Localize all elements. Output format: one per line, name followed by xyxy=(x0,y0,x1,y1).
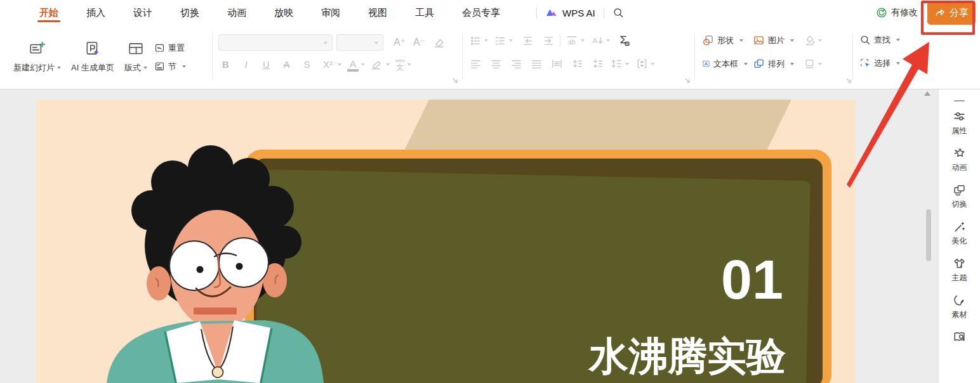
leaf-icon xyxy=(953,294,966,307)
chevron-down-icon xyxy=(744,63,748,65)
shapes-button[interactable]: 形状 xyxy=(702,34,748,46)
strikethrough-button[interactable]: A xyxy=(279,58,294,72)
sidebar-item-assets[interactable]: 素材 xyxy=(952,294,967,320)
reset-label: 重置 xyxy=(168,42,185,54)
tab-view[interactable]: 视图 xyxy=(368,0,387,25)
highlight-button[interactable] xyxy=(371,58,390,71)
tab-animation[interactable]: 动画 xyxy=(227,0,246,25)
sidebar-item-theme[interactable]: 主题 xyxy=(952,257,967,283)
superscript-button[interactable]: X² xyxy=(321,58,341,72)
tab-insert[interactable]: 插入 xyxy=(86,0,105,25)
sidebar-item-label: 素材 xyxy=(952,309,967,320)
ai-generate-label: AI 生成单页 xyxy=(71,62,114,74)
sidebar-item-reference[interactable] xyxy=(953,330,966,344)
align-left-icon[interactable] xyxy=(470,58,482,70)
reset-button[interactable]: 重置 xyxy=(154,42,186,54)
dialog-launcher-icon[interactable] xyxy=(684,77,691,84)
slide-number[interactable]: 01 xyxy=(721,248,783,311)
section-icon xyxy=(154,61,165,72)
new-slide-button[interactable]: 新建幻灯片 xyxy=(10,25,64,89)
wps-ai-logo-icon xyxy=(545,6,558,19)
text-direction-button[interactable]: A xyxy=(591,34,610,47)
sidebar-item-beautify[interactable]: 美化 xyxy=(952,220,967,247)
align-center-icon[interactable] xyxy=(490,58,502,70)
ribbon-group-editing: 查找 选择 xyxy=(859,25,923,89)
increase-indent-icon[interactable] xyxy=(543,35,555,47)
modified-status[interactable]: 有修改 xyxy=(876,7,918,18)
collapse-handle[interactable] xyxy=(954,100,965,101)
tab-home[interactable]: 开始 xyxy=(39,0,58,25)
tab-transition[interactable]: 切换 xyxy=(180,0,199,25)
picture-button[interactable]: 图片 xyxy=(753,34,798,46)
chevron-down-icon xyxy=(182,65,186,68)
clear-format-icon[interactable] xyxy=(433,36,446,49)
italic-button[interactable]: I xyxy=(239,58,253,72)
shadow-button[interactable]: S xyxy=(300,58,314,72)
distribute-icon[interactable] xyxy=(551,58,563,70)
ai-generate-button[interactable]: AI 生成单页 xyxy=(68,25,117,89)
sidebar-item-transition[interactable]: 切换 xyxy=(952,183,967,210)
justify-icon[interactable] xyxy=(531,58,543,70)
symbol-button[interactable] xyxy=(618,34,630,47)
sidebar-item-properties[interactable]: 属性 xyxy=(952,110,967,136)
chevron-down-icon xyxy=(143,67,147,69)
decrease-font-button[interactable]: A⁻ xyxy=(412,36,427,49)
tab-slideshow[interactable]: 放映 xyxy=(274,0,293,25)
scrollbar-thumb[interactable] xyxy=(926,209,931,261)
tab-member[interactable]: 会员专享 xyxy=(462,0,500,25)
ribbon-group-slides: 新建幻灯片 AI 生成单页 版式 重置 xyxy=(10,25,186,89)
sidebar-item-label: 属性 xyxy=(952,126,967,136)
book-search-icon xyxy=(953,330,966,344)
outline-button[interactable] xyxy=(804,58,822,70)
layout-button[interactable]: 版式 xyxy=(121,25,150,89)
textbox-button[interactable]: 文本框 xyxy=(702,58,748,70)
find-button[interactable]: 查找 xyxy=(859,34,900,46)
search-icon[interactable] xyxy=(612,7,624,18)
chevron-down-icon xyxy=(509,39,513,42)
slide-title[interactable]: 水沸腾实验 xyxy=(588,334,786,378)
phonetic-button[interactable]: wén 文 xyxy=(395,58,411,71)
group-divider xyxy=(694,33,695,80)
font-color-button[interactable]: A xyxy=(347,58,365,72)
tab-tools[interactable]: 工具 xyxy=(415,0,434,25)
fill-color-icon xyxy=(804,34,816,46)
editor-canvas[interactable]: 01 水沸腾实验 xyxy=(0,89,938,383)
dialog-launcher-icon[interactable] xyxy=(845,77,852,84)
vertical-align-button[interactable] xyxy=(636,58,654,70)
chevron-down-icon xyxy=(896,62,900,65)
bullets-button[interactable] xyxy=(470,35,488,47)
tab-review[interactable]: 审阅 xyxy=(321,0,340,25)
slide-canvas[interactable]: 01 水沸腾实验 xyxy=(36,100,856,383)
tab-design[interactable]: 设计 xyxy=(133,0,152,25)
shirt-icon xyxy=(953,257,966,270)
numbering-button[interactable] xyxy=(494,35,513,47)
select-button[interactable]: 选择 xyxy=(859,58,900,69)
decrease-indent-icon[interactable] xyxy=(522,35,534,47)
wps-ai-button[interactable]: WPS AI xyxy=(545,6,595,19)
share-button[interactable]: 分享 xyxy=(927,1,976,25)
fill-color-button[interactable] xyxy=(804,34,822,46)
section-button[interactable]: 节 xyxy=(154,61,186,72)
picture-label: 图片 xyxy=(768,35,785,46)
bold-button[interactable]: B xyxy=(218,58,233,72)
line-spacing-button[interactable] xyxy=(611,58,629,70)
chevron-down-icon xyxy=(818,39,822,42)
ribbon-group-insert: 形状 图片 文本框 xyxy=(702,25,849,89)
scroll-up-arrow[interactable] xyxy=(924,91,930,96)
sidebar-item-animation[interactable]: 动画 xyxy=(952,146,967,173)
font-family-select[interactable] xyxy=(218,34,333,51)
increase-font-button[interactable]: A⁺ xyxy=(392,36,407,49)
underline-button[interactable]: U xyxy=(259,58,274,72)
decrease-spacing-icon[interactable] xyxy=(592,58,604,70)
sidebar-item-label: 动画 xyxy=(952,162,967,173)
increase-spacing-icon[interactable] xyxy=(571,58,583,70)
dialog-launcher-icon[interactable] xyxy=(452,77,458,84)
font-size-select[interactable] xyxy=(336,34,383,51)
arrange-button[interactable]: 排列 xyxy=(753,58,798,70)
group-divider xyxy=(852,33,853,80)
align-right-icon[interactable] xyxy=(510,58,522,70)
magic-wand-icon xyxy=(953,220,966,233)
chevron-down-icon xyxy=(818,63,822,65)
ai-generate-icon xyxy=(84,41,101,57)
char-border-button[interactable]: ab xyxy=(566,34,585,47)
